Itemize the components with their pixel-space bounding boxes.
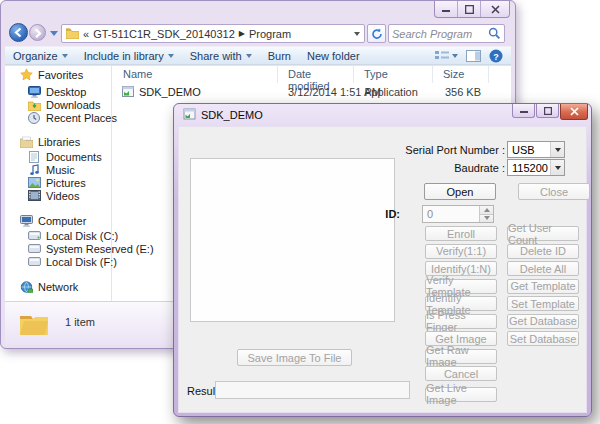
id-stepper[interactable]: 0: [422, 205, 494, 223]
column-header-date-modified[interactable]: Date modified: [278, 66, 354, 83]
dialog-client-area: Serial Port Number : USB Baudrate : 1152…: [178, 126, 587, 413]
id-label: ID:: [360, 208, 400, 220]
set-database-button[interactable]: Set Database: [507, 331, 579, 346]
maximize-icon[interactable]: [536, 104, 559, 118]
dialog-titlebar[interactable]: SDK_DEMO: [183, 108, 263, 122]
command-bar: Organize Include in library Share with B…: [5, 46, 511, 65]
list-view-icon: [435, 50, 449, 62]
refresh-icon: [371, 28, 383, 40]
get-raw-image-button[interactable]: Get Raw Image: [425, 349, 497, 364]
star-icon: [19, 68, 33, 82]
serial-port-select[interactable]: USB: [507, 141, 565, 158]
search-box: [388, 24, 505, 43]
get-user-count-button[interactable]: Get User Count: [507, 226, 579, 241]
sidebar-item-network[interactable]: Network: [19, 279, 78, 294]
chevron-down-icon: [168, 54, 174, 58]
column-header-size[interactable]: Size: [433, 66, 489, 83]
get-template-button[interactable]: Get Template: [507, 279, 579, 294]
get-database-button[interactable]: Get Database: [507, 314, 579, 329]
file-type: Application: [364, 86, 418, 98]
back-arrow-icon: [13, 27, 24, 38]
is-press-finger-button[interactable]: Is Press Finger: [425, 314, 497, 329]
computer-icon: [19, 214, 33, 228]
explorer-caption-buttons: [434, 1, 510, 18]
item-count: 1 item: [65, 316, 95, 328]
open-button[interactable]: Open: [424, 183, 496, 200]
cancel-button[interactable]: Cancel: [425, 366, 497, 381]
burn-button[interactable]: Burn: [260, 47, 299, 64]
video-icon: [27, 189, 41, 203]
serial-port-label: Serial Port Number :: [365, 144, 505, 156]
back-button[interactable]: [9, 23, 28, 42]
recent-places-icon: [27, 111, 41, 125]
chevron-down-icon: [550, 160, 564, 175]
breadcrumb-folder[interactable]: GT-511C1R_SDK_20140312: [93, 28, 235, 40]
breadcrumb-overflow[interactable]: «: [83, 28, 89, 40]
id-value: 0: [423, 206, 479, 222]
svg-text:?: ?: [493, 51, 499, 61]
result-field[interactable]: [216, 382, 409, 398]
delete-all-button[interactable]: Delete All: [507, 261, 579, 276]
network-icon: [19, 280, 33, 294]
sidebar-item-libraries[interactable]: Libraries: [19, 134, 80, 149]
recent-pages-dropdown-icon[interactable]: [50, 31, 58, 36]
baudrate-label: Baudrate :: [365, 162, 505, 174]
forward-button[interactable]: [29, 24, 46, 41]
spinner-up-icon[interactable]: [480, 206, 493, 214]
chevron-down-icon: [62, 54, 68, 58]
spinner-down-icon[interactable]: [480, 214, 493, 223]
file-name: SDK_DEMO: [139, 86, 201, 98]
dialog-title: SDK_DEMO: [201, 109, 263, 121]
chevron-down-icon: [246, 54, 252, 58]
folder-icon: [19, 309, 49, 339]
help-icon[interactable]: ?: [489, 49, 503, 63]
include-in-library-menu[interactable]: Include in library: [76, 47, 182, 64]
libraries-icon: [19, 135, 33, 149]
change-view-button[interactable]: [435, 50, 458, 62]
result-field-wrap: [215, 381, 410, 399]
fingerprint-image-box: [190, 158, 395, 322]
search-icon[interactable]: [488, 27, 501, 40]
disk-drive-icon: [27, 255, 41, 269]
verify-button[interactable]: Verify(1:1): [425, 244, 497, 259]
maximize-icon[interactable]: [458, 1, 481, 17]
breadcrumb-separator-icon[interactable]: ▶: [239, 29, 245, 38]
chevron-down-icon: [452, 54, 458, 58]
file-size: 356 KB: [433, 86, 481, 98]
new-folder-button[interactable]: New folder: [299, 47, 368, 64]
column-header-type[interactable]: Type: [354, 66, 433, 83]
sdk-demo-dialog: SDK_DEMO Serial Port Number : USB Baudra…: [173, 103, 592, 417]
dialog-caption-buttons: [511, 104, 588, 120]
minimize-icon[interactable]: [435, 1, 458, 17]
baudrate-select[interactable]: 115200: [507, 159, 565, 176]
column-header-name[interactable]: Name: [111, 66, 278, 83]
sidebar-item-videos[interactable]: Videos: [27, 188, 79, 203]
share-with-menu[interactable]: Share with: [182, 47, 260, 64]
minimize-icon[interactable]: [512, 104, 535, 118]
search-input[interactable]: [392, 28, 488, 40]
refresh-button[interactable]: [367, 24, 386, 43]
sidebar-item-computer[interactable]: Computer: [19, 213, 86, 228]
file-row-sdk-demo[interactable]: SDK_DEMO 3/12/2014 1:51 PM Application 3…: [115, 84, 495, 100]
address-dropdown-icon[interactable]: [354, 32, 360, 36]
set-template-button[interactable]: Set Template: [507, 296, 579, 311]
enroll-button[interactable]: Enroll: [425, 226, 497, 241]
delete-id-button[interactable]: Delete ID: [507, 244, 579, 259]
forward-arrow-icon: [33, 28, 43, 38]
sidebar-item-favorites[interactable]: Favorites: [19, 67, 83, 82]
get-live-image-button[interactable]: Get Live Image: [425, 387, 497, 402]
sidebar-item-local-disk-f[interactable]: Local Disk (F:): [27, 254, 117, 269]
application-icon: [121, 85, 135, 100]
close-icon[interactable]: [481, 1, 509, 17]
address-bar[interactable]: « GT-511C1R_SDK_20140312 ▶ Program: [61, 24, 365, 43]
app-icon: [183, 108, 196, 122]
close-icon[interactable]: [560, 104, 588, 120]
preview-pane-icon[interactable]: [466, 50, 481, 62]
save-image-to-file-button[interactable]: Save Image To File: [237, 349, 352, 366]
organize-menu[interactable]: Organize: [5, 47, 76, 64]
close-button[interactable]: Close: [518, 183, 590, 200]
column-headers: Name Date modified Type Size: [111, 66, 489, 83]
sidebar-item-recent-places[interactable]: Recent Places: [27, 110, 117, 125]
address-folder-icon: [66, 28, 79, 39]
breadcrumb-current[interactable]: Program: [249, 28, 291, 40]
